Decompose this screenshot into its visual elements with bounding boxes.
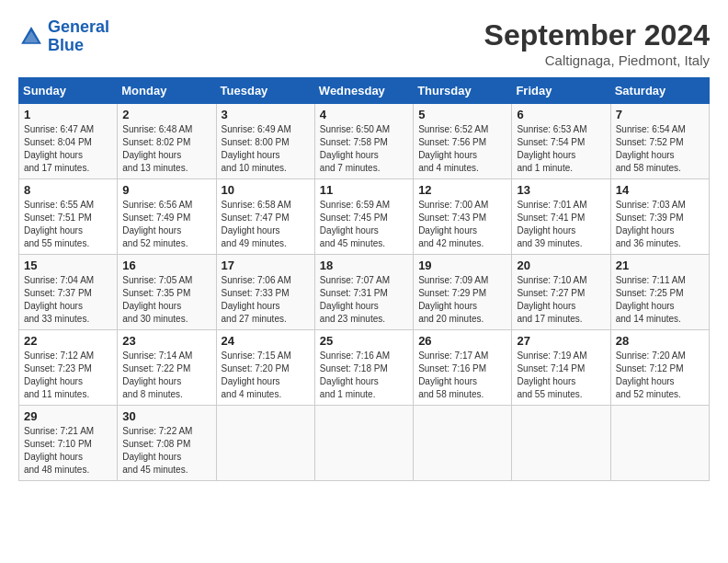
calendar-day: 29 Sunrise: 7:21 AM Sunset: 7:10 PM Dayl… [19, 406, 118, 481]
calendar-day: 26 Sunrise: 7:17 AM Sunset: 7:16 PM Dayl… [414, 330, 512, 406]
calendar-day: 16 Sunrise: 7:05 AM Sunset: 7:35 PM Dayl… [118, 255, 216, 330]
calendar-day: 9 Sunrise: 6:56 AM Sunset: 7:49 PM Dayli… [118, 179, 216, 255]
day-info: Sunrise: 7:10 AM Sunset: 7:27 PM Dayligh… [517, 274, 605, 326]
calendar-week-2: 8 Sunrise: 6:55 AM Sunset: 7:51 PM Dayli… [19, 179, 710, 255]
calendar-day: 13 Sunrise: 7:01 AM Sunset: 7:41 PM Dayl… [512, 179, 610, 255]
day-info: Sunrise: 6:47 AM Sunset: 8:04 PM Dayligh… [24, 123, 112, 175]
day-info: Sunrise: 6:58 AM Sunset: 7:47 PM Dayligh… [222, 199, 310, 250]
day-number: 10 [222, 183, 310, 197]
calendar-day: 12 Sunrise: 7:00 AM Sunset: 7:43 PM Dayl… [414, 179, 512, 255]
day-info: Sunrise: 7:04 AM Sunset: 7:37 PM Dayligh… [24, 274, 112, 326]
day-info: Sunrise: 7:20 AM Sunset: 7:12 PM Dayligh… [616, 350, 704, 401]
day-number: 2 [122, 108, 210, 121]
calendar-week-3: 15 Sunrise: 7:04 AM Sunset: 7:37 PM Dayl… [19, 255, 710, 330]
weekday-header-tuesday: Tuesday [216, 78, 314, 104]
day-number: 14 [616, 183, 704, 197]
page-header: GeneralBlue September 2024 Caltignaga, P… [18, 18, 710, 68]
day-number: 9 [122, 183, 210, 197]
calendar-day: 2 Sunrise: 6:48 AM Sunset: 8:02 PM Dayli… [118, 104, 216, 179]
day-info: Sunrise: 7:19 AM Sunset: 7:14 PM Dayligh… [517, 350, 605, 401]
day-number: 13 [517, 183, 605, 197]
calendar-day: 5 Sunrise: 6:52 AM Sunset: 7:56 PM Dayli… [414, 104, 512, 179]
calendar-subtitle: Caltignaga, Piedmont, Italy [484, 52, 710, 68]
calendar-day: 21 Sunrise: 7:11 AM Sunset: 7:25 PM Dayl… [610, 255, 709, 330]
calendar-day: 7 Sunrise: 6:54 AM Sunset: 7:52 PM Dayli… [610, 104, 709, 179]
calendar-day: 20 Sunrise: 7:10 AM Sunset: 7:27 PM Dayl… [512, 255, 610, 330]
day-number: 20 [517, 259, 605, 272]
day-number: 3 [222, 108, 310, 121]
day-info: Sunrise: 6:56 AM Sunset: 7:49 PM Dayligh… [122, 199, 210, 250]
weekday-header-sunday: Sunday [19, 78, 118, 104]
day-info: Sunrise: 7:16 AM Sunset: 7:18 PM Dayligh… [320, 350, 408, 401]
calendar-day: 22 Sunrise: 7:12 AM Sunset: 7:23 PM Dayl… [19, 330, 118, 406]
day-number: 28 [616, 334, 704, 348]
day-info: Sunrise: 7:03 AM Sunset: 7:39 PM Dayligh… [616, 199, 704, 250]
calendar-day: 6 Sunrise: 6:53 AM Sunset: 7:54 PM Dayli… [512, 104, 610, 179]
calendar-day: 15 Sunrise: 7:04 AM Sunset: 7:37 PM Dayl… [19, 255, 118, 330]
calendar-week-4: 22 Sunrise: 7:12 AM Sunset: 7:23 PM Dayl… [19, 330, 710, 406]
calendar-day: 17 Sunrise: 7:06 AM Sunset: 7:33 PM Dayl… [216, 255, 314, 330]
day-info: Sunrise: 6:53 AM Sunset: 7:54 PM Dayligh… [517, 123, 605, 175]
title-block: September 2024 Caltignaga, Piedmont, Ita… [484, 18, 710, 68]
day-number: 30 [122, 409, 210, 423]
calendar-day: 10 Sunrise: 6:58 AM Sunset: 7:47 PM Dayl… [216, 179, 314, 255]
day-number: 15 [24, 259, 112, 272]
day-number: 24 [222, 334, 310, 348]
day-info: Sunrise: 7:06 AM Sunset: 7:33 PM Dayligh… [222, 274, 310, 326]
day-info: Sunrise: 7:15 AM Sunset: 7:20 PM Dayligh… [222, 350, 310, 401]
day-number: 25 [320, 334, 408, 348]
day-number: 19 [418, 259, 506, 272]
calendar-day: 19 Sunrise: 7:09 AM Sunset: 7:29 PM Dayl… [414, 255, 512, 330]
day-info: Sunrise: 7:07 AM Sunset: 7:31 PM Dayligh… [320, 274, 408, 326]
calendar-day: 8 Sunrise: 6:55 AM Sunset: 7:51 PM Dayli… [19, 179, 118, 255]
day-number: 17 [222, 259, 310, 272]
day-info: Sunrise: 7:00 AM Sunset: 7:43 PM Dayligh… [418, 199, 506, 250]
calendar-week-1: 1 Sunrise: 6:47 AM Sunset: 8:04 PM Dayli… [19, 104, 710, 179]
calendar-day [610, 406, 709, 481]
day-info: Sunrise: 6:52 AM Sunset: 7:56 PM Dayligh… [418, 123, 506, 175]
calendar-day: 25 Sunrise: 7:16 AM Sunset: 7:18 PM Dayl… [314, 330, 413, 406]
logo-text: GeneralBlue [48, 18, 109, 55]
calendar-day: 23 Sunrise: 7:14 AM Sunset: 7:22 PM Dayl… [118, 330, 216, 406]
day-info: Sunrise: 7:09 AM Sunset: 7:29 PM Dayligh… [418, 274, 506, 326]
calendar-day [414, 406, 512, 481]
calendar-day: 30 Sunrise: 7:22 AM Sunset: 7:08 PM Dayl… [118, 406, 216, 481]
day-info: Sunrise: 7:11 AM Sunset: 7:25 PM Dayligh… [616, 274, 704, 326]
calendar-day: 4 Sunrise: 6:50 AM Sunset: 7:58 PM Dayli… [314, 104, 413, 179]
day-number: 18 [320, 259, 408, 272]
day-info: Sunrise: 6:54 AM Sunset: 7:52 PM Dayligh… [616, 123, 704, 175]
day-number: 27 [517, 334, 605, 348]
day-number: 7 [616, 108, 704, 121]
day-number: 11 [320, 183, 408, 197]
calendar-day [216, 406, 314, 481]
weekday-header-thursday: Thursday [414, 78, 512, 104]
calendar-day: 1 Sunrise: 6:47 AM Sunset: 8:04 PM Dayli… [19, 104, 118, 179]
calendar-table: SundayMondayTuesdayWednesdayThursdayFrid… [18, 77, 710, 481]
calendar-week-5: 29 Sunrise: 7:21 AM Sunset: 7:10 PM Dayl… [19, 406, 710, 481]
day-info: Sunrise: 7:12 AM Sunset: 7:23 PM Dayligh… [24, 350, 112, 401]
day-number: 6 [517, 108, 605, 121]
day-number: 29 [24, 409, 112, 423]
day-info: Sunrise: 6:50 AM Sunset: 7:58 PM Dayligh… [320, 123, 408, 175]
calendar-day [314, 406, 413, 481]
day-info: Sunrise: 6:49 AM Sunset: 8:00 PM Dayligh… [222, 123, 310, 175]
calendar-day: 27 Sunrise: 7:19 AM Sunset: 7:14 PM Dayl… [512, 330, 610, 406]
weekday-header-saturday: Saturday [610, 78, 709, 104]
day-info: Sunrise: 6:48 AM Sunset: 8:02 PM Dayligh… [122, 123, 210, 175]
weekday-header-monday: Monday [118, 78, 216, 104]
day-info: Sunrise: 7:05 AM Sunset: 7:35 PM Dayligh… [122, 274, 210, 326]
day-info: Sunrise: 7:01 AM Sunset: 7:41 PM Dayligh… [517, 199, 605, 250]
day-number: 8 [24, 183, 112, 197]
weekday-header-wednesday: Wednesday [314, 78, 413, 104]
day-number: 16 [122, 259, 210, 272]
weekday-header-friday: Friday [512, 78, 610, 104]
day-info: Sunrise: 7:17 AM Sunset: 7:16 PM Dayligh… [418, 350, 506, 401]
calendar-day [512, 406, 610, 481]
day-number: 22 [24, 334, 112, 348]
day-info: Sunrise: 7:14 AM Sunset: 7:22 PM Dayligh… [122, 350, 210, 401]
day-number: 12 [418, 183, 506, 197]
day-number: 5 [418, 108, 506, 121]
calendar-day: 18 Sunrise: 7:07 AM Sunset: 7:31 PM Dayl… [314, 255, 413, 330]
day-info: Sunrise: 7:21 AM Sunset: 7:10 PM Dayligh… [24, 425, 112, 477]
calendar-title: September 2024 [484, 18, 710, 52]
